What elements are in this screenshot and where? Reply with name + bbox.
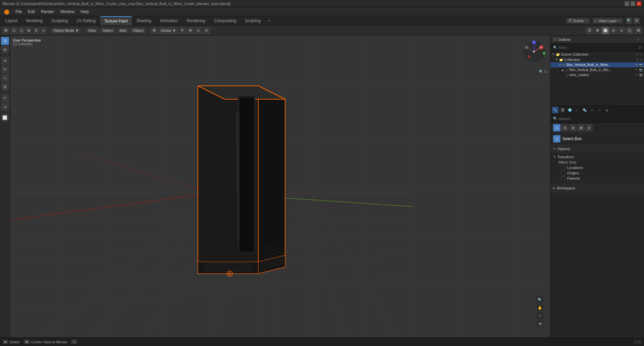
tab-modeling[interactable]: Modeling [22, 16, 47, 25]
origins-checkbox[interactable] [561, 171, 565, 175]
tab-sculpting[interactable]: Sculpting [47, 16, 72, 25]
toggle-2[interactable]: ◫ [18, 27, 25, 34]
sub1-render-icon[interactable]: 📷 [639, 68, 643, 72]
shading-wireframe[interactable]: ⊡ [586, 27, 593, 34]
view-layer-dropdown[interactable]: ◫ View Layer ▼ [592, 18, 623, 23]
sub1-eye-icon[interactable]: 👁 [635, 68, 638, 72]
add-button[interactable]: Add [117, 28, 129, 33]
menu-file[interactable]: File [13, 9, 24, 15]
tab-animation[interactable]: Animation [156, 16, 182, 25]
transform-icon-3[interactable]: ≡ [195, 27, 202, 34]
proportional-icon[interactable]: ⊙ [203, 27, 210, 34]
toggle-4[interactable]: ☰ [33, 27, 40, 34]
menu-edit[interactable]: Edit [25, 9, 38, 15]
select-lasso-icon[interactable]: ⊘ [569, 124, 577, 131]
viewport[interactable]: User Perspective (1) Collection X Y Z [10, 36, 550, 337]
tool-move[interactable]: ✛ [1, 57, 9, 65]
eye-icon[interactable]: 👁 [636, 53, 639, 56]
camera-icon[interactable]: 📷 [537, 321, 543, 327]
pan-icon[interactable]: ✋ [537, 304, 543, 311]
select-circle-icon[interactable]: ⊙ [561, 124, 569, 131]
tab-shading[interactable]: Shading [132, 16, 155, 25]
tab-texture-paint[interactable]: Texture Paint [100, 16, 132, 25]
obj-render-icon[interactable]: 📷 [639, 63, 643, 67]
select-box-icon[interactable]: ⊡ [553, 124, 560, 131]
tab-scripting[interactable]: Scripting [241, 16, 265, 25]
exclude-icon[interactable]: ⊗ [640, 53, 643, 56]
tool-transform[interactable]: ⊞ [1, 83, 9, 91]
tree-main-object[interactable]: ▼ ▷ Slim_Vertical_Built_in_Wine_Cooler_o… [550, 62, 644, 67]
tab-rendering[interactable]: Rendering [182, 16, 209, 25]
props-tool-icon[interactable]: 🔧 [552, 107, 558, 113]
col-eye-icon[interactable]: 👁 [636, 58, 639, 61]
tree-collection[interactable]: ▼ 📁 Collection 👁 ⊗ [550, 57, 644, 62]
locations-checkbox[interactable] [561, 166, 565, 170]
transform-icon-2[interactable]: ⊕ [187, 27, 194, 34]
props-modifier-icon[interactable]: 🔩 [581, 107, 588, 113]
sub2-eye-icon[interactable]: 👁 [635, 73, 638, 77]
toggle-3[interactable]: ⊠ [25, 27, 32, 34]
tool-annotate[interactable]: ✏ [1, 94, 9, 102]
toggle-5[interactable]: ⊙ [40, 27, 47, 34]
transform-icon-1[interactable]: ↻ [179, 27, 186, 34]
parents-checkbox[interactable] [561, 176, 565, 180]
tab-layout[interactable]: Layout [1, 16, 21, 25]
tool-measure[interactable]: ⊿ [1, 103, 9, 111]
menu-help[interactable]: Help [78, 9, 92, 15]
window-controls[interactable]: — □ ✕ [625, 1, 641, 6]
minimize-button[interactable]: — [625, 1, 629, 6]
props-scene-icon[interactable]: 🎬 [559, 107, 566, 113]
tool-object[interactable]: ⬜ [1, 114, 9, 122]
add-workspace-button[interactable]: + [265, 16, 273, 25]
props-search-input[interactable] [558, 117, 641, 121]
props-obj-icon[interactable]: ▷ [574, 107, 581, 113]
select-all-icon[interactable]: ⊞ [577, 124, 585, 131]
menu-render[interactable]: Render [38, 9, 57, 15]
navigation-widget[interactable]: X Y Z 🔍 1x [521, 38, 547, 65]
select-button[interactable]: Select [100, 28, 116, 33]
tree-sub-object-1[interactable]: ▶ △ Slim_Vertical_Built_in_Wine_Cooler_ … [550, 67, 644, 72]
global-dropdown[interactable]: Global ▼ [159, 27, 178, 34]
maximize-button[interactable]: □ [631, 1, 635, 6]
menu-blender[interactable]: ⬤ [1, 8, 12, 15]
scene-dropdown[interactable]: 🎬 Scene ▼ [566, 18, 590, 23]
tree-sub-object-2[interactable]: ◻ wine_coolers 👁 📷 [550, 72, 644, 77]
select-extra-icon[interactable]: ≡ [585, 124, 593, 131]
shading-rendered[interactable]: ◎ [610, 27, 617, 34]
orbit-icon[interactable]: ↻ [537, 312, 543, 319]
close-button[interactable]: ✕ [637, 1, 641, 6]
snap-icon[interactable]: ⊕ [151, 27, 158, 34]
toggle-1[interactable]: ⊡ [11, 27, 17, 34]
obj-eye-icon[interactable]: 👁 [635, 63, 638, 67]
tool-scale[interactable]: ⤡ [1, 74, 9, 82]
view-button[interactable]: View [85, 28, 99, 33]
zoom-icon[interactable]: 🔍 [537, 296, 543, 303]
options-section-header[interactable]: ▼ Options [550, 145, 644, 153]
tool-rotate[interactable]: ↻ [1, 65, 9, 73]
tool-cursor[interactable]: ⊕ [1, 46, 9, 54]
props-physics-icon[interactable]: ⚛ [596, 107, 603, 113]
tab-compositing[interactable]: Compositing [210, 16, 240, 25]
shading-solid[interactable]: ⊕ [594, 27, 601, 34]
outliner-filter-icon[interactable]: ☰ [638, 46, 641, 49]
object-mode-dropdown[interactable]: Object Mode ▼ [51, 28, 81, 33]
tool-select[interactable]: ⊡ [1, 37, 9, 45]
workspace-section-header[interactable]: ▶ Workspace [550, 184, 644, 192]
menu-window[interactable]: Window [57, 9, 77, 15]
sub2-render-icon[interactable]: 📷 [639, 73, 643, 77]
shading-material[interactable]: ⬤ [602, 27, 609, 34]
object-button[interactable]: Object [130, 28, 146, 33]
outliner-settings-icon[interactable]: ⚙ [635, 37, 641, 43]
shading-extra[interactable]: ≡ [618, 27, 625, 34]
tab-uv-editing[interactable]: UV Editing [72, 16, 100, 25]
props-world-icon[interactable]: 🌍 [567, 107, 573, 113]
gizmo-btn[interactable]: ⊞ [635, 27, 642, 34]
transform-header[interactable]: ▼ Transform [553, 154, 641, 160]
props-material-icon[interactable]: ◉ [603, 107, 610, 113]
col-exclude-icon[interactable]: ⊗ [640, 58, 643, 61]
filter-icon[interactable]: ☰ [633, 17, 640, 24]
overlay-btn[interactable]: ◫ [626, 27, 633, 34]
props-particle-icon[interactable]: ✦ [589, 107, 595, 113]
outliner-search-input[interactable] [558, 46, 637, 50]
search-icon[interactable]: 🔍 [626, 17, 632, 24]
